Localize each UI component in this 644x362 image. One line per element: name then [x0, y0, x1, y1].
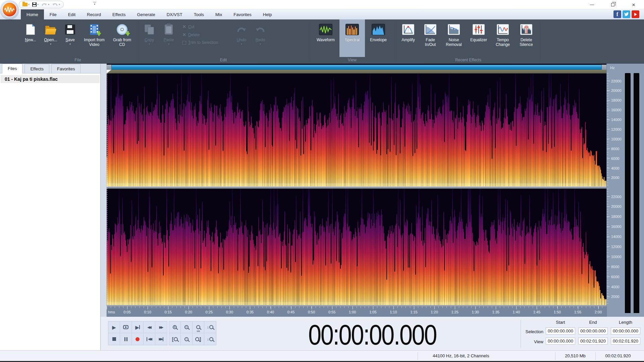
amplify-button[interactable]: Amplify [397, 19, 419, 57]
record-button[interactable] [132, 333, 144, 345]
panel-tab-effects[interactable]: Effects [24, 64, 49, 73]
frequency-label: 22000 [611, 79, 622, 83]
frequency-label: 2000 [611, 176, 619, 180]
delete-silence-button[interactable]: Delete Silence [515, 19, 538, 57]
redo-button[interactable]: Redo ▾ [251, 19, 270, 57]
undo-icon [41, 2, 47, 7]
zoom-selection-end-button[interactable]: ] [193, 333, 204, 345]
tab-file[interactable]: File [44, 9, 62, 19]
fade-in-out-button[interactable]: Fade In/Out [419, 19, 441, 57]
quick-undo-button[interactable]: ▾ [41, 2, 49, 7]
view-start-field[interactable]: 00:00:00.000 [546, 338, 575, 345]
rewind-button[interactable]: ◀◀ [144, 321, 155, 333]
timeline-ruler[interactable]: hms 0:050:100:150:200:250:300:350:400:45… [107, 306, 606, 317]
open-folder-icon [22, 3, 28, 6]
minimize-button[interactable] [588, 1, 596, 8]
level-meter-left [625, 73, 631, 313]
scroll-right-button[interactable] [602, 65, 606, 70]
go-to-start-icon: ◀◀ [148, 337, 151, 341]
restore-button[interactable] [608, 1, 617, 8]
new-button-label: New... [25, 38, 36, 42]
zoom-in-button[interactable]: + [169, 321, 181, 333]
position-strip[interactable] [107, 70, 606, 73]
waveform-view-button[interactable]: Waveform [312, 19, 339, 57]
frequency-label: 8000 [611, 147, 619, 151]
noise-removal-button[interactable]: Noise Removal [441, 19, 466, 57]
loop-playback-button[interactable] [120, 321, 132, 333]
facebook-icon[interactable]: f [613, 10, 621, 18]
envelope-view-icon [372, 23, 385, 36]
channel-divider[interactable] [107, 186, 606, 189]
panel-tab-favorites[interactable]: Favorites [51, 64, 80, 73]
paste-button-label: Paste [164, 38, 174, 42]
tab-edit[interactable]: Edit [62, 9, 81, 19]
zoom-out-button[interactable]: − [181, 321, 193, 333]
open-button[interactable]: Open... ▾ [40, 19, 61, 57]
frequency-label: 16000 [611, 225, 622, 229]
spectrogram-channel-2[interactable] [107, 189, 606, 305]
playback-cursor [107, 73, 107, 305]
envelope-view-button[interactable]: Envelope [365, 19, 392, 57]
horizontal-scrollbar[interactable] [107, 65, 606, 70]
go-to-end-button[interactable]: ▶▶ [155, 333, 167, 345]
spectral-view-button[interactable]: Spectral [339, 19, 365, 57]
frequency-tick [607, 256, 610, 257]
stop-button[interactable] [108, 333, 120, 345]
zoom-vertical-out-button[interactable]: ↕ [204, 333, 216, 345]
copy-button[interactable]: Copy ▾ [140, 19, 159, 57]
go-to-start-button[interactable]: ◀◀ [144, 333, 155, 345]
grab-from-cd-button[interactable]: Grab from CD [109, 19, 135, 57]
tab-favorites[interactable]: Favorites [228, 9, 257, 19]
cut-button[interactable]: ✕ Cut [182, 24, 232, 29]
twitter-icon[interactable] [623, 10, 630, 18]
zoom-vertical-in-button[interactable]: ↕ [204, 321, 216, 333]
file-list-item[interactable]: 01 - Kaj pa ti piskas.flac [1, 75, 100, 83]
frequency-label: 6000 [611, 157, 619, 161]
view-length-field[interactable]: 00:02:01.920 [611, 338, 640, 345]
tab-effects[interactable]: Effects [107, 9, 131, 19]
undo-button[interactable]: Undo ▾ [232, 19, 251, 57]
view-end-field[interactable]: 00:02:01.920 [578, 338, 608, 345]
frequency-tick [607, 196, 610, 197]
youtube-icon[interactable] [632, 10, 639, 18]
play-button[interactable]: ▶ [108, 321, 120, 333]
zoom-100-button[interactable]: 100 [193, 321, 204, 333]
waveform-button-label: Waveform [317, 38, 335, 42]
quick-redo-button[interactable]: ▾ [52, 2, 60, 7]
zoom-selection-button[interactable]: · [181, 333, 193, 345]
spectrogram-channel-1[interactable] [107, 73, 606, 186]
tab-home[interactable]: Home [21, 9, 44, 19]
playhead-marker[interactable] [107, 70, 111, 73]
app-logo[interactable] [0, 0, 19, 19]
quick-save-button[interactable]: ▾ [32, 2, 39, 7]
close-button[interactable]: × [629, 1, 638, 8]
quick-open-button[interactable]: ▾ [22, 3, 30, 6]
delete-button[interactable]: ✕ Delete [182, 32, 232, 37]
toolbar-options-button[interactable]: ▾ [93, 2, 97, 5]
trim-to-selection-button[interactable]: Trim to Selection [182, 40, 232, 45]
paste-button[interactable]: Paste ▾ [159, 19, 178, 57]
tab-tools[interactable]: Tools [188, 9, 210, 19]
import-from-video-button[interactable]: Import from Video [79, 19, 109, 57]
tab-mix[interactable]: Mix [210, 9, 228, 19]
play-to-end-button[interactable]: ▶ [132, 321, 144, 333]
selection-end-field[interactable]: 00:00:00.000 [578, 327, 608, 335]
tempo-change-button[interactable]: Tempo Change [491, 19, 515, 57]
tab-dxvst[interactable]: DX/VST [161, 9, 188, 19]
panel-splitter[interactable] [101, 64, 107, 317]
fast-forward-button[interactable]: ▶▶ [155, 321, 167, 333]
equalizer-button[interactable]: Equalizer [466, 19, 491, 57]
go-to-end-icon: ▶▶ [159, 337, 162, 341]
scroll-left-button[interactable] [107, 65, 111, 70]
pause-button[interactable] [120, 333, 132, 345]
tab-generate[interactable]: Generate [131, 9, 161, 19]
save-button[interactable]: Save ▾ [61, 19, 79, 57]
tab-record[interactable]: Record [81, 9, 107, 19]
new-button[interactable]: New... [21, 19, 40, 57]
selection-start-field[interactable]: 00:00:00.000 [546, 327, 575, 335]
zoom-selection-start-button[interactable]: [ [169, 333, 181, 345]
selection-length-field[interactable]: 00:00:00.000 [611, 327, 640, 335]
scrollbar-thumb[interactable] [111, 65, 602, 70]
panel-tab-files[interactable]: Files [2, 64, 22, 73]
tab-help[interactable]: Help [257, 9, 278, 19]
